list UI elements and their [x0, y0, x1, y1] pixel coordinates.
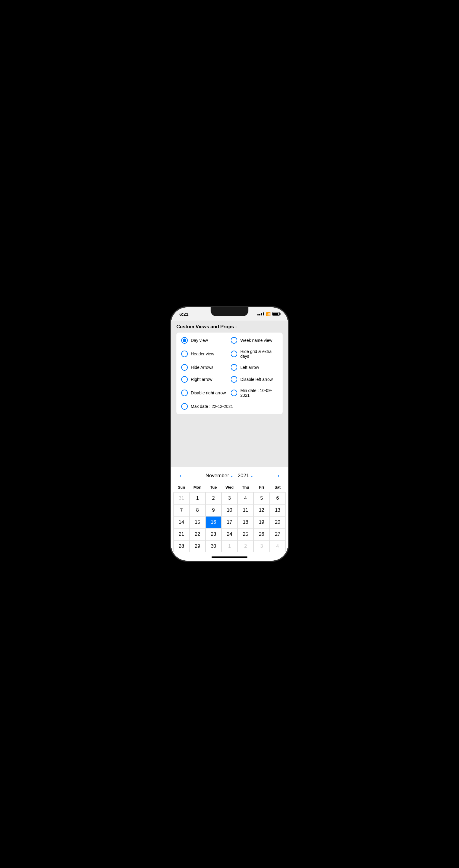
day-cell-w4d6[interactable]: 4: [270, 540, 286, 552]
calendar-year: 2021: [238, 473, 249, 479]
day-cell-w3d0[interactable]: 21: [173, 528, 189, 540]
day-cell-w4d3[interactable]: 1: [221, 540, 237, 552]
radio-disable-left-arrow[interactable]: [231, 376, 237, 383]
day-cell-w0d6[interactable]: 6: [270, 492, 286, 504]
day-cell-w0d4[interactable]: 4: [238, 492, 254, 504]
day-cell-w4d1[interactable]: 29: [189, 540, 205, 552]
day-cell-w0d0[interactable]: 31: [173, 492, 189, 504]
status-bar: 6:21 📶: [171, 307, 288, 320]
battery-icon: [272, 312, 280, 316]
options-grid: Day view Week name view Header view: [180, 334, 279, 400]
month-selector[interactable]: November ⌄: [205, 473, 233, 479]
day-cell-w1d1[interactable]: 8: [189, 504, 205, 516]
phone-frame: 6:21 📶 Custom Views and Props :: [171, 307, 288, 561]
radio-max-date[interactable]: [181, 403, 188, 410]
wifi-icon: 📶: [266, 312, 271, 316]
option-week-name-view[interactable]: Week name view: [230, 334, 279, 346]
radio-week-name-view[interactable]: [231, 337, 237, 344]
radio-day-view[interactable]: [181, 337, 188, 344]
day-cell-w3d5[interactable]: 26: [254, 528, 269, 540]
option-day-view[interactable]: Day view: [180, 334, 230, 346]
day-cell-w4d0[interactable]: 28: [173, 540, 189, 552]
gray-spacer: [171, 416, 288, 467]
day-cell-w1d0[interactable]: 7: [173, 504, 189, 516]
option-disable-right-arrow[interactable]: Disable right arrow: [180, 385, 230, 400]
day-cell-w1d4[interactable]: 11: [238, 504, 254, 516]
weekday-tue: Tue: [205, 483, 221, 491]
radio-right-arrow[interactable]: [181, 376, 188, 383]
status-icons: 📶: [257, 312, 280, 316]
option-label-header-view: Header view: [191, 351, 214, 356]
option-disable-left-arrow[interactable]: Disable left arrow: [230, 373, 279, 385]
day-cell-w2d4[interactable]: 18: [238, 516, 254, 528]
day-cell-w0d5[interactable]: 5: [254, 492, 269, 504]
option-max-date[interactable]: Max date : 22-12-2021: [180, 400, 279, 412]
day-cell-w1d6[interactable]: 13: [270, 504, 286, 516]
radio-hide-grid[interactable]: [231, 350, 237, 357]
calendar-header: ‹ November ⌄ 2021 ⌄ ›: [171, 467, 288, 483]
day-cell-w0d3[interactable]: 3: [221, 492, 237, 504]
option-label-min-date: Min date : 10-09-2021: [240, 388, 278, 398]
day-cell-w2d2[interactable]: 16: [205, 516, 221, 528]
day-cell-w2d6[interactable]: 20: [270, 516, 286, 528]
radio-min-date[interactable]: [231, 390, 237, 396]
content-area: Custom Views and Props : Day view Week n…: [171, 320, 288, 561]
radio-hide-arrows[interactable]: [181, 364, 188, 371]
day-cell-w3d2[interactable]: 23: [205, 528, 221, 540]
day-cell-w2d5[interactable]: 19: [254, 516, 269, 528]
day-cell-w0d2[interactable]: 2: [205, 492, 221, 504]
weekday-wed: Wed: [221, 483, 237, 491]
option-label-right-arrow: Right arrow: [191, 377, 212, 382]
days-grid: 3112345678910111213141516171819202122232…: [171, 492, 288, 552]
option-label-day-view: Day view: [191, 338, 208, 343]
option-label-disable-right-arrow: Disable right arrow: [191, 391, 226, 395]
option-right-arrow[interactable]: Right arrow: [180, 373, 230, 385]
option-header-view[interactable]: Header view: [180, 346, 230, 361]
option-min-date[interactable]: Min date : 10-09-2021: [230, 385, 279, 400]
month-chevron-icon: ⌄: [230, 473, 233, 478]
day-cell-w3d4[interactable]: 25: [238, 528, 254, 540]
option-hide-grid[interactable]: Hide grid & extra days: [230, 346, 279, 361]
day-cell-w1d5[interactable]: 12: [254, 504, 269, 516]
option-label-disable-left-arrow: Disable left arrow: [240, 377, 273, 382]
day-cell-w4d4[interactable]: 2: [238, 540, 254, 552]
radio-header-view[interactable]: [181, 350, 188, 357]
weekday-thu: Thu: [238, 483, 254, 491]
next-month-button[interactable]: ›: [275, 471, 282, 480]
options-list: Day view Week name view Header view: [176, 333, 283, 414]
option-label-left-arrow: Left arrow: [240, 365, 259, 370]
weekday-mon: Mon: [189, 483, 205, 491]
day-cell-w0d1[interactable]: 1: [189, 492, 205, 504]
day-cell-w1d2[interactable]: 9: [205, 504, 221, 516]
day-cell-w3d3[interactable]: 24: [221, 528, 237, 540]
option-left-arrow[interactable]: Left arrow: [230, 361, 279, 373]
day-cell-w4d2[interactable]: 30: [205, 540, 221, 552]
calendar-section: ‹ November ⌄ 2021 ⌄ ›: [171, 467, 288, 555]
day-cell-w1d3[interactable]: 10: [221, 504, 237, 516]
phone-screen: 6:21 📶 Custom Views and Props :: [171, 307, 288, 561]
year-chevron-icon: ⌄: [250, 473, 254, 478]
notch: [210, 307, 249, 316]
month-year-selector: November ⌄ 2021 ⌄: [205, 473, 254, 479]
day-cell-w4d5[interactable]: 3: [254, 540, 269, 552]
weekday-row: Sun Mon Tue Wed Thu Fri Sat: [171, 483, 288, 491]
options-title: Custom Views and Props :: [176, 324, 283, 330]
day-cell-w3d1[interactable]: 22: [189, 528, 205, 540]
status-time: 6:21: [179, 312, 188, 317]
radio-left-arrow[interactable]: [231, 364, 237, 371]
prev-month-button[interactable]: ‹: [177, 471, 184, 480]
option-label-hide-arrows: Hide Arrows: [191, 365, 213, 370]
option-label-max-date: Max date : 22-12-2021: [191, 404, 233, 409]
radio-disable-right-arrow[interactable]: [181, 390, 188, 396]
day-cell-w2d3[interactable]: 17: [221, 516, 237, 528]
day-cell-w2d0[interactable]: 14: [173, 516, 189, 528]
weekday-sun: Sun: [173, 483, 189, 491]
options-section: Custom Views and Props : Day view Week n…: [171, 320, 288, 416]
option-hide-arrows[interactable]: Hide Arrows: [180, 361, 230, 373]
weekday-sat: Sat: [270, 483, 286, 491]
weekday-fri: Fri: [254, 483, 269, 491]
year-selector[interactable]: 2021 ⌄: [238, 473, 254, 479]
day-cell-w3d6[interactable]: 27: [270, 528, 286, 540]
home-indicator: [171, 555, 288, 561]
day-cell-w2d1[interactable]: 15: [189, 516, 205, 528]
